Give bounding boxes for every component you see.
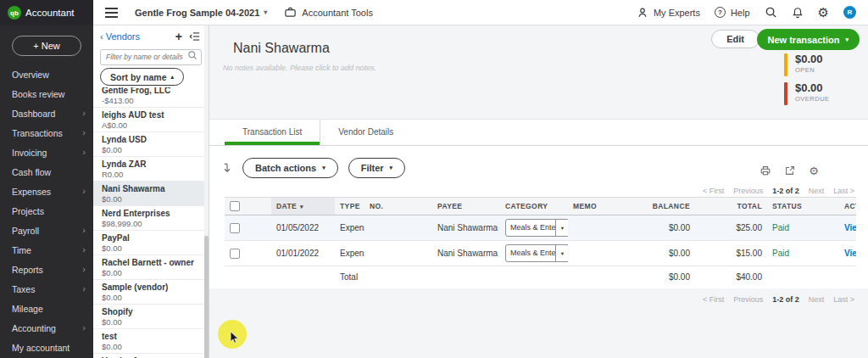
column-header-date[interactable]: DATE▾ — [271, 198, 335, 215]
vendor-list-item-leighs-aud-test[interactable]: leighs AUD testA$0.00 — [93, 108, 204, 132]
tab-vendor-details[interactable]: Vendor Details — [320, 120, 411, 145]
vendor-list-item-paypal[interactable]: PayPal$0.00 — [93, 231, 204, 255]
total-empty-cell — [500, 266, 568, 288]
sidebar-item-payroll[interactable]: Payroll› — [0, 221, 93, 240]
vendor-list-item-test[interactable]: test$0.00 — [93, 329, 204, 354]
chevron-right-icon: › — [82, 187, 86, 196]
sidebar-item-transactions[interactable]: Transactions› — [0, 123, 93, 143]
category-dropdown[interactable]: Meals & Ente▾ — [505, 219, 568, 237]
chevron-right-icon: › — [82, 284, 86, 294]
vendor-list-item-rachel-barnett-owner[interactable]: Rachel Barnett - owner$0.00 — [93, 255, 204, 280]
sidebar-item-reports[interactable]: Reports› — [0, 260, 93, 279]
collapse-list-icon[interactable] — [189, 31, 200, 42]
user-avatar[interactable]: R — [843, 6, 856, 19]
sidebar-item-overview[interactable]: Overview — [0, 64, 93, 84]
company-selector[interactable]: Gentle Frog Sample 04-2021 ▾ — [135, 8, 267, 18]
view-edit-link[interactable]: View/Edit — [844, 223, 856, 232]
pager-previous[interactable]: Previous — [733, 295, 763, 304]
vendors-back-link[interactable]: ‹ Vendors — [100, 31, 140, 42]
sort-by-name-button[interactable]: Sort by name ▴ — [100, 68, 184, 86]
sidebar-item-invoicing[interactable]: Invoicing› — [0, 143, 93, 162]
tab-transaction-list[interactable]: Transaction List — [225, 120, 320, 145]
sidebar-item-label: Books review — [12, 89, 64, 99]
search-icon[interactable] — [765, 6, 777, 19]
category-dropdown[interactable]: Meals & Ente▾ — [505, 244, 568, 262]
column-header-status[interactable]: STATUS — [767, 198, 839, 215]
notifications-bell-icon[interactable] — [792, 7, 804, 19]
table-row: 01/05/2022ExpenseNani ShawarmaMeals & En… — [225, 215, 856, 241]
vendor-list-item-nani-shawarma[interactable]: Nani Shawarma$0.00 — [93, 182, 204, 206]
sidebar-item-projects[interactable]: Projects — [0, 201, 93, 221]
sidebar-item-label: Payroll — [12, 226, 39, 236]
pager-next[interactable]: Next — [809, 295, 825, 304]
vendor-list-item-lynda-zar[interactable]: Lynda ZARR0.00 — [93, 157, 204, 182]
pager-previous[interactable]: Previous — [733, 187, 763, 195]
select-all-checkbox[interactable] — [230, 201, 240, 211]
sidebar-item-cash-flow[interactable]: Cash flow — [0, 162, 93, 182]
cell-date: 01/01/2022 — [271, 241, 335, 266]
notes-placeholder[interactable]: No notes available. Please click to add … — [223, 64, 376, 72]
vendors-scrollbar-thumb[interactable] — [204, 236, 209, 358]
filter-button[interactable]: Filter ▾ — [348, 158, 405, 178]
vendor-list-item-sample-vendor[interactable]: Sample (vendor)$0.00 — [93, 280, 204, 305]
sidebar-item-mileage[interactable]: Mileage — [0, 299, 93, 318]
cell-action: View/Edit▾ — [839, 215, 856, 241]
help-button[interactable]: ? Help — [715, 7, 750, 18]
row-checkbox[interactable] — [230, 223, 240, 233]
batch-actions-button[interactable]: Batch actions ▾ — [242, 158, 338, 178]
vendor-list-item-vendor-a[interactable]: Vendor A — [93, 354, 204, 358]
vendor-name: Sample (vendor) — [102, 282, 199, 293]
money-bar-text: $0.00OVERDUE — [795, 82, 830, 105]
new-transaction-button[interactable]: New transaction ▾ — [757, 29, 860, 50]
vendors-panel-header: ‹ Vendors + — [100, 31, 200, 42]
vendor-list-item-gentle-frog-llc[interactable]: Gentle Frog, LLC-$413.00 — [93, 87, 204, 108]
vendor-list-item-lynda-usd[interactable]: Lynda USD$0.00 — [93, 132, 204, 157]
sidebar-item-books-review[interactable]: Books review — [0, 84, 93, 103]
vendor-name: Nani Shawarma — [102, 184, 199, 194]
print-icon[interactable] — [760, 165, 771, 176]
sidebar-item-taxes[interactable]: Taxes› — [0, 279, 93, 299]
pager-first[interactable]: < First — [703, 187, 724, 195]
new-button[interactable]: + New — [12, 36, 81, 56]
pager-first[interactable]: < First — [703, 295, 724, 304]
sidebar-item-time[interactable]: Time› — [0, 240, 93, 260]
pager-range: 1-2 of 2 — [772, 187, 799, 195]
column-header-memo[interactable]: MEMO — [568, 198, 632, 215]
my-experts-button[interactable]: My Experts — [637, 7, 700, 19]
column-header-action[interactable]: ACTION — [839, 198, 856, 215]
row-checkbox[interactable] — [230, 249, 240, 259]
column-header-payee[interactable]: PAYEE — [432, 198, 500, 215]
sidebar-item-expenses[interactable]: Expenses› — [0, 182, 93, 201]
sort-direction-icon[interactable] — [222, 162, 232, 174]
vendor-filter-input[interactable] — [100, 49, 202, 65]
column-header-no[interactable]: NO. — [364, 198, 432, 215]
vendor-list-item-shopify[interactable]: Shopify$0.00 — [93, 305, 204, 329]
add-vendor-icon[interactable]: + — [175, 31, 182, 42]
pager-last[interactable]: Last > — [833, 295, 854, 304]
edit-button[interactable]: Edit — [711, 30, 760, 48]
settings-gear-icon[interactable]: ⚙ — [818, 6, 829, 19]
chevron-right-icon: › — [82, 323, 86, 333]
vendor-list-item-nerd-enterprises[interactable]: Nerd Enterprises$98,999.00 — [93, 206, 204, 231]
sidebar-item-my-accountant[interactable]: My accountant — [0, 338, 93, 357]
sidebar-item-accounting[interactable]: Accounting› — [0, 318, 93, 338]
export-icon[interactable] — [784, 165, 796, 176]
app-logo[interactable]: qb Accountant — [0, 0, 93, 25]
column-header-total[interactable]: TOTAL — [695, 198, 767, 215]
column-header-type[interactable]: TYPE — [335, 198, 364, 215]
column-header-category[interactable]: CATEGORY — [500, 198, 568, 215]
app-logo-label: Accountant — [25, 8, 75, 18]
pager-next[interactable]: Next — [809, 187, 825, 195]
vendors-scrollbar-track[interactable] — [204, 25, 209, 358]
cell-status: Paid — [767, 241, 839, 266]
pager-last[interactable]: Last > — [833, 187, 854, 195]
table-settings-gear-icon[interactable]: ⚙ — [809, 165, 819, 176]
view-edit-link[interactable]: View/Edit — [844, 249, 856, 258]
sidebar-item-dashboard[interactable]: Dashboard› — [0, 103, 93, 123]
hamburger-menu-icon[interactable] — [105, 8, 118, 18]
accountant-tools-button[interactable]: Accountant Tools — [284, 6, 373, 19]
chevron-right-icon: › — [82, 245, 86, 255]
total-empty-cell — [839, 266, 856, 288]
sidebar-nav: OverviewBooks reviewDashboard›Transactio… — [0, 64, 93, 357]
column-header-balance[interactable]: BALANCE — [632, 198, 695, 215]
